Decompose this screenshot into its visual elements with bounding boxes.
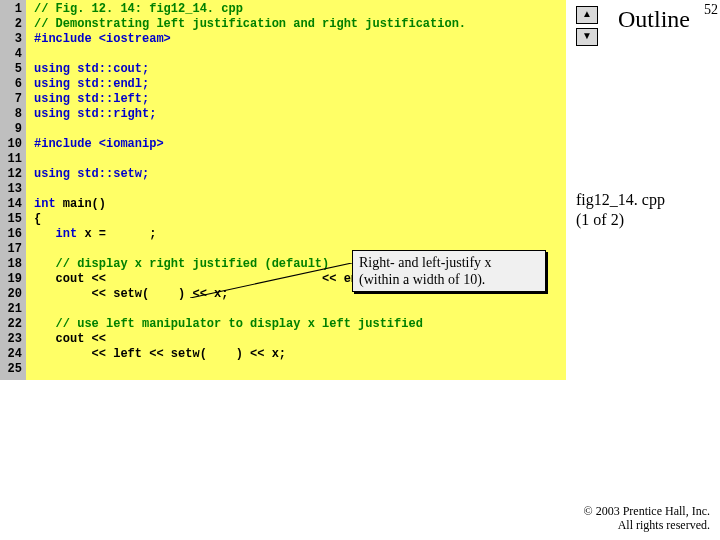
- slide: 1234567891011121314151617181920212223242…: [0, 0, 720, 540]
- line-number: 18: [0, 257, 26, 272]
- code-line: using std::right;: [34, 107, 566, 122]
- code-line: using std::setw;: [34, 167, 566, 182]
- line-number: 22: [0, 317, 26, 332]
- line-number: 16: [0, 227, 26, 242]
- nav-up-button[interactable]: ▲: [576, 6, 598, 24]
- caption-part: (1 of 2): [576, 210, 706, 230]
- line-number: 9: [0, 122, 26, 137]
- line-number: 7: [0, 92, 26, 107]
- code-line: [34, 302, 566, 317]
- line-number: 5: [0, 62, 26, 77]
- line-number: 11: [0, 152, 26, 167]
- line-number: 14: [0, 197, 26, 212]
- code-line: [34, 122, 566, 137]
- code-panel: // Fig. 12. 14: fig12_14. cpp// Demonstr…: [26, 0, 566, 380]
- code-line: // use left manipulator to display x lef…: [34, 317, 566, 332]
- line-number: 20: [0, 287, 26, 302]
- line-number: 23: [0, 332, 26, 347]
- code-line: using std::left;: [34, 92, 566, 107]
- line-number: 3: [0, 32, 26, 47]
- line-number: 8: [0, 107, 26, 122]
- line-number: 2: [0, 17, 26, 32]
- caption-filename: fig12_14. cpp: [576, 190, 706, 210]
- callout-line1: Right- and left-justify x: [359, 254, 539, 271]
- line-number: 24: [0, 347, 26, 362]
- code-line: [34, 47, 566, 62]
- code-line: cout <<: [34, 332, 566, 347]
- copyright: © 2003 Prentice Hall, Inc. All rights re…: [584, 504, 710, 532]
- code-line: #include <iostream>: [34, 32, 566, 47]
- line-number: 19: [0, 272, 26, 287]
- copyright-line1: © 2003 Prentice Hall, Inc.: [584, 504, 710, 518]
- code-line: [34, 152, 566, 167]
- code-line: using std::cout;: [34, 62, 566, 77]
- copyright-line2: All rights reserved.: [584, 518, 710, 532]
- line-number: 13: [0, 182, 26, 197]
- page-number: 52: [704, 2, 718, 18]
- line-number: 17: [0, 242, 26, 257]
- callout-box: Right- and left-justify x (within a widt…: [352, 250, 546, 292]
- code-line: {: [34, 212, 566, 227]
- code-line: using std::endl;: [34, 77, 566, 92]
- line-number: 12: [0, 167, 26, 182]
- code-line: int main(): [34, 197, 566, 212]
- code-line: [34, 362, 566, 377]
- line-number: 6: [0, 77, 26, 92]
- line-number: 21: [0, 302, 26, 317]
- code-line: [34, 182, 566, 197]
- code-line: #include <iomanip>: [34, 137, 566, 152]
- code-line: << left << setw( ) << x;: [34, 347, 566, 362]
- line-number: 4: [0, 47, 26, 62]
- code-line: int x = ;: [34, 227, 566, 242]
- line-number: 1: [0, 2, 26, 17]
- callout-line2: (within a width of 10).: [359, 271, 539, 288]
- code-line: // Fig. 12. 14: fig12_14. cpp: [34, 2, 566, 17]
- code-line: // Demonstrating left justification and …: [34, 17, 566, 32]
- nav-down-button[interactable]: ▼: [576, 28, 598, 46]
- outline-title: Outline: [618, 6, 690, 33]
- line-number: 25: [0, 362, 26, 377]
- line-number: 10: [0, 137, 26, 152]
- line-number-gutter: 1234567891011121314151617181920212223242…: [0, 0, 26, 380]
- slide-caption: fig12_14. cpp (1 of 2): [576, 190, 706, 230]
- line-number: 15: [0, 212, 26, 227]
